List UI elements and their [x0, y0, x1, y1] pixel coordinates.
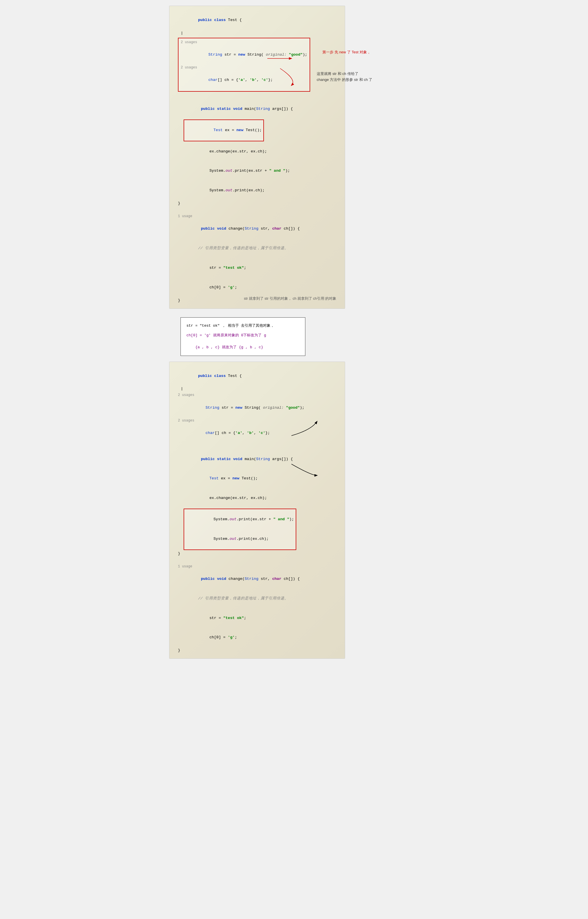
page-wrapper: public class Test { | 2 usages String st… — [163, 6, 425, 659]
line-ch-usages: 2 usages — [181, 65, 307, 70]
explain-line-2: ch[0] = 'g' 就将原来对象的 0下标改为了 g — [186, 332, 299, 339]
explain-box: str = "test ok" ， 相当于 去引用了其他对象， ch[0] = … — [181, 317, 305, 356]
line2-class-decl: public class Test { — [175, 367, 339, 386]
line-blank-2 — [175, 207, 339, 213]
code-block-2: public class Test { | 2 usages String st… — [169, 362, 345, 659]
line-blank-1 — [175, 93, 339, 99]
code-content-2: public class Test { | 2 usages String st… — [175, 367, 339, 654]
line-sys-print-1: System.out.print(ex.str + " and "); — [186, 162, 339, 181]
code-content-1: public class Test { | 2 usages String st… — [175, 11, 339, 304]
line-cursor: | — [181, 30, 339, 37]
line2-ex-change: ex.change(ex.str, ex.ch); — [186, 488, 339, 508]
explain-line-1: str = "test ok" ， 相当于 去引用了其他对象， — [186, 322, 299, 329]
line2-main-close: } — [178, 551, 339, 557]
explain-line-3: {a , b , c} 就改为了 {g , b , c} — [186, 344, 299, 351]
line-class-decl: public class Test { — [175, 11, 339, 30]
line-change-usage: 1 usage — [178, 213, 339, 219]
line-str-usages: 2 usages — [181, 39, 307, 45]
line2-cursor: | — [181, 386, 339, 392]
line-change-decl: public void change(String str, char ch[]… — [178, 219, 339, 239]
line-ex-change: ex.change(ex.str, ex.ch); — [186, 142, 339, 162]
line-sys-print-2: System.out.print(ex.ch); — [186, 181, 339, 200]
line2-change-decl: public void change(String str, char ch[]… — [178, 569, 339, 589]
line-main-close: } — [178, 200, 339, 207]
section-2: public class Test { | 2 usages String st… — [163, 362, 425, 659]
line2-ch-usages: 2 usages — [178, 418, 339, 423]
line2-str-decl: String str = new String( original: "good… — [178, 398, 339, 418]
section-explain: str = "test ok" ， 相当于 去引用了其他对象， ch[0] = … — [172, 317, 419, 356]
line2-sys-print-2: System.out.print(ex.ch); — [186, 529, 294, 549]
line-str-decl: String str = new String( original: "good… — [181, 45, 307, 65]
line2-change-usage: 1 usage — [178, 564, 339, 569]
line2-main-decl: public static void main(String args[]) { — [178, 449, 339, 469]
line2-blank-1 — [175, 443, 339, 449]
line-test-ex: Test ex = new Test(); — [186, 121, 262, 140]
line-ch-assign: ch[0] = 'g'; — [186, 278, 339, 297]
line-ch-decl: char[] ch = {'a', 'b', 'c'}; — [181, 70, 307, 90]
line2-change-close: } — [178, 648, 339, 654]
line2-comment-1: // 引用类型变量，传递的是地址，属于引用传递。 — [175, 589, 339, 609]
line2-test-ex: Test ex = new Test(); — [186, 469, 339, 489]
line2-str-assign: str = "test ok"; — [186, 609, 339, 628]
line2-blank-2 — [175, 557, 339, 564]
section-1: public class Test { | 2 usages String st… — [163, 6, 425, 309]
line2-str-usages: 2 usages — [178, 392, 339, 398]
line2-ch-assign: ch[0] = 'g'; — [186, 628, 339, 648]
line2-sys-print-1: System.out.print(ex.str + " and "); — [186, 510, 294, 529]
line-str-assign: str = "test ok"; — [186, 258, 339, 278]
code-block-1: public class Test { | 2 usages String st… — [169, 6, 345, 309]
bottom-annotation-1: str 就拿到了 str 引用的对象， ch 就拿到了 ch引用 的对象 — [244, 296, 336, 301]
line2-ch-decl: char[] ch = {'a', 'b', 'c'}; — [178, 423, 339, 443]
line-main-decl: public static void main(String args[]) { — [178, 99, 339, 119]
line-comment-1: // 引用类型变量，传递的是地址，属于引用传递。 — [175, 239, 339, 258]
